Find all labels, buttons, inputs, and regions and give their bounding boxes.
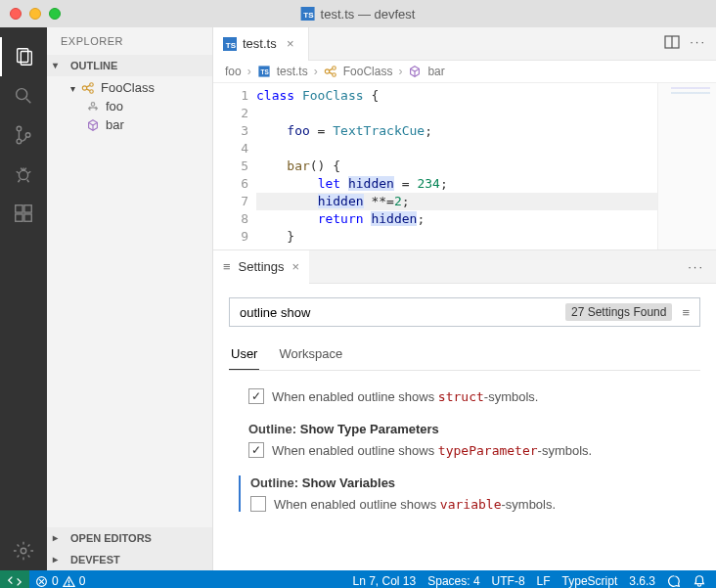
breadcrumb-item[interactable]: foo <box>225 65 242 78</box>
tab-test-ts[interactable]: TS test.ts × <box>213 27 309 61</box>
activity-search[interactable] <box>0 76 47 115</box>
svg-rect-11 <box>24 205 31 212</box>
status-feedback-icon[interactable] <box>661 570 687 588</box>
window-title-text: test.ts — devfest <box>321 7 416 22</box>
chevron-down-icon <box>53 59 67 72</box>
split-editor-icon[interactable] <box>664 34 680 53</box>
activity-bar <box>0 27 47 570</box>
activity-extensions[interactable] <box>0 194 47 233</box>
outline-node-method[interactable]: foo <box>65 97 212 115</box>
setting-checkbox[interactable] <box>250 496 266 512</box>
folder-label: DEVFEST <box>70 554 120 565</box>
remote-indicator[interactable] <box>0 570 29 588</box>
breadcrumb-item[interactable]: FooClass <box>343 65 393 78</box>
more-actions-icon[interactable]: ··· <box>688 259 716 274</box>
status-line-col[interactable]: Ln 7, Col 13 <box>346 570 422 588</box>
chevron-right-icon: › <box>398 65 402 78</box>
breadcrumb-item[interactable]: test.ts <box>277 65 308 78</box>
settings-icon: ≡ <box>223 259 231 274</box>
side-panel: EXPLORER OUTLINE FooClass foo <box>47 27 213 570</box>
error-count: 0 <box>52 574 59 588</box>
chevron-right-icon <box>53 531 67 545</box>
svg-point-19 <box>325 69 329 73</box>
method-icon <box>86 118 100 132</box>
ts-file-icon: TS <box>258 66 269 76</box>
code-content[interactable]: class FooClass { foo = TextTrackCue; bar… <box>256 83 657 249</box>
svg-point-12 <box>21 548 26 554</box>
activity-settings[interactable] <box>0 531 47 570</box>
svg-line-3 <box>26 99 31 104</box>
status-encoding[interactable]: UTF-8 <box>486 570 531 588</box>
outline-node-class[interactable]: FooClass <box>65 78 212 97</box>
svg-point-26 <box>68 584 69 585</box>
explorer-header: EXPLORER <box>47 27 212 55</box>
svg-rect-8 <box>16 205 22 212</box>
status-ts-version[interactable]: 3.6.3 <box>623 570 661 588</box>
outline-class-label: FooClass <box>101 80 155 95</box>
scope-workspace[interactable]: Workspace <box>277 340 344 370</box>
method-icon <box>408 65 422 78</box>
settings-search[interactable]: 27 Settings Found ≡ <box>229 297 700 327</box>
setting-title: Outline: Show Type Parameters <box>248 422 700 436</box>
chevron-right-icon: › <box>247 65 251 78</box>
setting-item[interactable]: Outline: Show Variables When enabled out… <box>239 475 700 512</box>
svg-point-15 <box>90 89 94 93</box>
outline-label: OUTLINE <box>70 60 117 71</box>
clear-search-icon[interactable]: ≡ <box>678 305 694 320</box>
settings-found-badge: 27 Settings Found <box>565 303 672 321</box>
chevron-down-icon <box>70 80 75 95</box>
open-editors-section-header[interactable]: OPEN EDITORS <box>47 527 212 549</box>
lower-tabs: ≡ Settings × ··· <box>213 250 716 284</box>
activity-scm[interactable] <box>0 115 47 155</box>
status-bell-icon[interactable] <box>687 570 712 588</box>
close-icon[interactable]: × <box>283 36 298 51</box>
settings-list: ✓ When enabled outline shows struct-symb… <box>229 388 700 512</box>
open-editors-label: OPEN EDITORS <box>70 532 152 544</box>
outline-section-header[interactable]: OUTLINE <box>47 55 212 76</box>
code-editor[interactable]: 123456789 class FooClass { foo = TextTra… <box>213 83 716 249</box>
window-title: TS test.ts — devfest <box>301 7 416 22</box>
more-actions-icon[interactable]: ··· <box>690 34 706 53</box>
svg-point-20 <box>332 67 336 70</box>
status-eol[interactable]: LF <box>531 570 557 588</box>
outline-tree: FooClass foo bar <box>47 76 212 136</box>
ts-file-icon: TS <box>301 7 315 21</box>
titlebar: TS test.ts — devfest <box>0 0 716 27</box>
ts-file-icon: TS <box>223 37 237 51</box>
status-problems[interactable]: 0 0 <box>29 570 91 588</box>
svg-point-5 <box>17 139 22 144</box>
outline-node-method[interactable]: bar <box>65 115 212 134</box>
breadcrumb[interactable]: foo › TS test.ts › FooClass › bar <box>213 61 716 83</box>
setting-description: When enabled outline shows variable-symb… <box>274 497 556 512</box>
setting-title: Outline: Show Variables <box>250 475 700 490</box>
status-language[interactable]: TypeScript <box>557 570 624 588</box>
scope-user[interactable]: User <box>229 340 259 370</box>
minimize-window-button[interactable] <box>29 8 41 20</box>
svg-point-14 <box>90 82 94 86</box>
close-icon[interactable]: × <box>292 259 300 274</box>
warning-count: 0 <box>79 574 86 588</box>
chevron-right-icon: › <box>314 65 318 78</box>
svg-point-4 <box>17 126 22 131</box>
setting-checkbox[interactable]: ✓ <box>248 388 264 404</box>
minimap[interactable] <box>657 83 716 249</box>
editor-tabs: TS test.ts × ··· <box>213 27 716 61</box>
svg-point-21 <box>332 73 336 77</box>
svg-rect-9 <box>16 214 22 221</box>
chevron-right-icon <box>53 553 67 566</box>
settings-scope-tabs: User Workspace <box>229 340 700 371</box>
tab-settings[interactable]: ≡ Settings × <box>213 250 309 284</box>
breadcrumb-item[interactable]: bar <box>427 65 444 78</box>
folder-section-header[interactable]: DEVFEST <box>47 549 212 570</box>
zoom-window-button[interactable] <box>49 8 61 20</box>
settings-tab-label: Settings <box>239 259 285 274</box>
svg-point-2 <box>17 89 27 100</box>
settings-search-input[interactable] <box>236 305 565 320</box>
activity-explorer[interactable] <box>0 37 47 76</box>
close-window-button[interactable] <box>10 8 22 20</box>
activity-debug[interactable] <box>0 155 47 194</box>
status-spaces[interactable]: Spaces: 4 <box>422 570 485 588</box>
setting-item[interactable]: ✓ When enabled outline shows struct-symb… <box>239 388 700 404</box>
setting-item[interactable]: Outline: Show Type Parameters ✓ When ena… <box>239 422 700 458</box>
setting-checkbox[interactable]: ✓ <box>248 442 264 458</box>
